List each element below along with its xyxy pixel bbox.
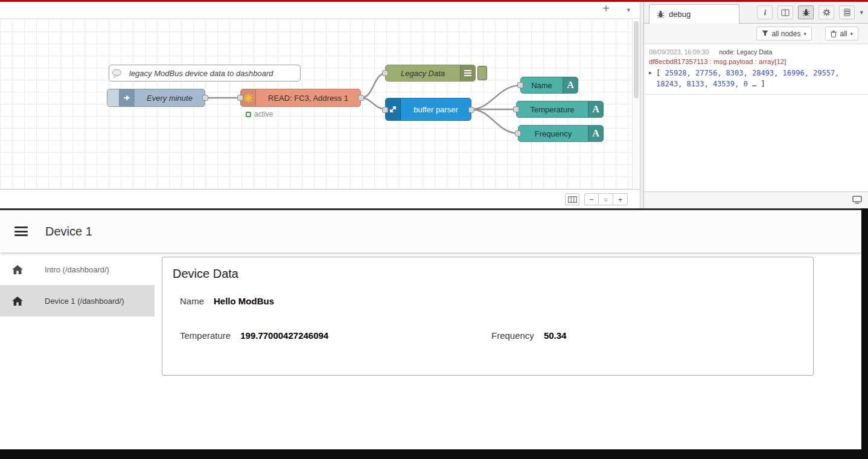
- field-label: Name: [180, 296, 204, 306]
- inject-trigger-button[interactable]: [107, 89, 120, 106]
- modbus-read-output-port[interactable]: [358, 95, 364, 101]
- tab-debug-label: debug: [669, 10, 691, 19]
- screen: + ▾ legacy ModBus device data to: [0, 0, 868, 459]
- sidebar-menu-caret-icon[interactable]: ▾: [860, 8, 863, 16]
- context-data-tab-button[interactable]: [839, 5, 855, 19]
- debug-message: 08/09/2023, 16:09:30 node: Legacy Data d…: [644, 44, 868, 95]
- debug-source-node: node: Legacy Data: [719, 48, 772, 56]
- debug-message-path: df8ecbd817357113 : msg.payload : array[1…: [649, 58, 863, 65]
- sidebar-tabbar: debug i: [644, 2, 868, 24]
- parser-output-port[interactable]: [468, 107, 474, 113]
- text-a-icon: A: [588, 101, 603, 117]
- debug-message-meta: 08/09/2023, 16:09:30 node: Legacy Data: [649, 48, 863, 56]
- gear-icon: [823, 8, 831, 16]
- scrollbar-thumb[interactable]: [634, 21, 639, 98]
- buffer-parser-node[interactable]: buffer parser: [385, 98, 471, 121]
- modbus-read-node[interactable]: READ: FC3, Address 1: [240, 89, 361, 107]
- ui-text-input-port[interactable]: [513, 106, 519, 112]
- open-debug-window-button[interactable]: [852, 196, 862, 207]
- trash-icon: [831, 30, 837, 37]
- debug-input-port[interactable]: [382, 70, 388, 76]
- zoom-out-button[interactable]: −: [584, 193, 599, 205]
- debug-sidebar: debug i: [644, 2, 868, 208]
- menu-hamburger-icon[interactable]: [14, 226, 28, 236]
- field-value: Hello ModBus: [214, 296, 274, 306]
- navigator-map-button[interactable]: [565, 193, 579, 205]
- field-value: 199.77000427246094: [240, 330, 328, 341]
- debug-clear-label: all: [840, 30, 847, 38]
- payload-close-bracket: … ]: [748, 80, 765, 88]
- database-icon: [843, 8, 851, 16]
- nav-item-intro[interactable]: Intro (/dashboard/): [0, 254, 155, 285]
- ui-text-node-frequency[interactable]: Frequency A: [518, 125, 604, 142]
- debug-enable-toggle[interactable]: [477, 66, 487, 80]
- debug-footer: [644, 191, 868, 208]
- home-icon: [12, 297, 23, 306]
- ui-text-input-port[interactable]: [515, 130, 521, 136]
- payload-open-bracket: [: [656, 69, 665, 77]
- flow-tabbar: + ▾: [0, 2, 640, 19]
- expand-caret-icon[interactable]: ▶: [649, 69, 652, 77]
- inject-output-port[interactable]: [202, 95, 208, 101]
- nav-item-device-1[interactable]: Device 1 (/dashboard/): [0, 285, 155, 316]
- comment-node-label: legacy ModBus device data to dashboard: [124, 65, 300, 81]
- ui-text-node-temperature[interactable]: Temperature A: [516, 101, 604, 118]
- window-bottom-edge: [0, 449, 868, 459]
- info-tab-button[interactable]: i: [757, 5, 773, 19]
- inject-node-label: Every minute: [135, 89, 205, 106]
- zoom-reset-button[interactable]: ○: [599, 193, 613, 205]
- funnel-icon: [762, 30, 768, 37]
- inject-arrow-icon: [120, 89, 135, 106]
- monitor-icon: [852, 196, 862, 204]
- buffer-parser-node-label: buffer parser: [401, 98, 471, 120]
- debug-clear-button[interactable]: all ▾: [825, 27, 858, 40]
- field-label: Frequency: [491, 330, 534, 341]
- field-temperature: Temperature 199.77000427246094: [180, 330, 328, 341]
- help-tab-button[interactable]: [777, 5, 793, 19]
- debug-filter-label: all nodes: [771, 30, 800, 38]
- debug-timestamp: 08/09/2023, 16:09:30: [649, 48, 709, 56]
- comment-node[interactable]: legacy ModBus device data to dashboard: [109, 65, 301, 82]
- flow-editor: + ▾ legacy ModBus device data to: [0, 2, 640, 208]
- ui-text-node-name[interactable]: Name A: [520, 77, 578, 94]
- window-right-edge: [861, 208, 868, 459]
- dashboard-header: Device 1: [0, 210, 861, 252]
- debug-message-payload: ▶[ 25928, 27756, 8303, 28493, 16996, 295…: [649, 68, 857, 89]
- dashboard-page-title: Device 1: [45, 225, 92, 239]
- flow-canvas[interactable]: legacy ModBus device data to dashboard E…: [0, 19, 640, 189]
- debug-filter-button[interactable]: all nodes ▾: [756, 27, 812, 40]
- bug-icon: [802, 8, 810, 16]
- ui-text-node-label: Temperature: [517, 101, 588, 117]
- modbus-read-node-label: READ: FC3, Address 1: [256, 89, 360, 106]
- field-name: Name Hello ModBus: [180, 296, 274, 306]
- debug-toolbar: all nodes ▾ all ▾: [644, 24, 868, 44]
- tab-debug[interactable]: debug: [649, 4, 739, 24]
- bug-icon: [657, 10, 665, 18]
- field-frequency: Frequency 50.34: [491, 330, 566, 341]
- parser-input-port[interactable]: [382, 107, 388, 113]
- flow-list-caret-icon[interactable]: ▾: [627, 6, 630, 14]
- modbus-read-input-port[interactable]: [237, 95, 243, 101]
- field-label: Temperature: [180, 330, 231, 341]
- zoom-in-button[interactable]: +: [613, 193, 628, 205]
- dashboard-nav: Intro (/dashboard/) Device 1 (/dashboard…: [0, 252, 155, 449]
- text-a-icon: A: [563, 77, 578, 93]
- debug-message-list: 08/09/2023, 16:09:30 node: Legacy Data d…: [644, 44, 868, 191]
- home-icon: [12, 265, 23, 274]
- config-nodes-tab-button[interactable]: [819, 5, 834, 19]
- add-flow-button[interactable]: +: [599, 2, 613, 16]
- info-icon: i: [764, 8, 767, 18]
- canvas-vertical-scrollbar[interactable]: [632, 19, 640, 189]
- debug-tab-button[interactable]: [798, 5, 814, 19]
- nav-item-label: Intro (/dashboard/): [45, 265, 109, 274]
- inject-node[interactable]: Every minute: [107, 89, 205, 107]
- debug-node[interactable]: Legacy Data: [385, 65, 476, 82]
- ui-text-input-port[interactable]: [517, 82, 523, 88]
- chevron-down-icon: ▾: [803, 31, 806, 37]
- book-icon: [781, 9, 790, 16]
- sidebar-splitter[interactable]: [640, 2, 644, 208]
- status-text: active: [254, 110, 273, 118]
- debug-node-label: Legacy Data: [386, 65, 460, 81]
- dashboard-ui: Device 1 Intro (/dashboard/) Device 1 (/…: [0, 210, 861, 449]
- card-title: Device Data: [173, 267, 238, 281]
